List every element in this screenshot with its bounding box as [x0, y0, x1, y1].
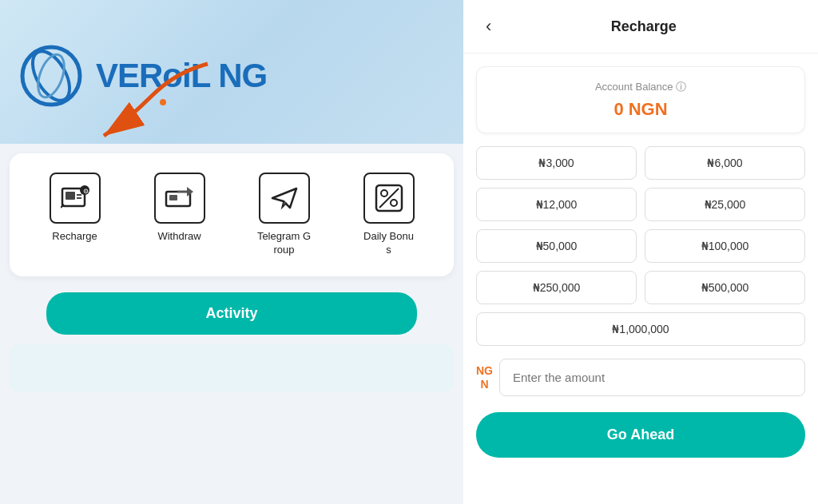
svg-point-13 [381, 190, 387, 196]
menu-item-recharge[interactable]: ⊙ Recharge [39, 173, 111, 244]
svg-rect-6 [77, 194, 81, 196]
svg-text:⊙: ⊙ [82, 188, 88, 195]
right-panel: ‹ Recharge Account Balance ⓘ 0 NGN ₦3,00… [463, 0, 818, 504]
amount-grid: ₦3,000 ₦6,000 ₦12,000 ₦25,000 ₦50,000 ₦1… [463, 140, 818, 352]
go-ahead-button[interactable]: Go Ahead [476, 412, 805, 458]
recharge-header: ‹ Recharge [463, 0, 818, 54]
balance-amount: 0 NGN [490, 99, 792, 120]
recharge-icon-box: ⊙ [50, 173, 101, 224]
amount-btn-50000[interactable]: ₦50,000 [476, 229, 637, 263]
amount-btn-500000[interactable]: ₦500,000 [645, 271, 805, 304]
menu-item-withdraw[interactable]: Withdraw [144, 173, 216, 244]
amount-btn-25000[interactable]: ₦25,000 [645, 188, 805, 221]
daily-bonus-label: Daily Bonus [363, 230, 414, 257]
svg-rect-11 [169, 195, 177, 200]
logo-section: VERoiL NG [0, 0, 463, 144]
amount-btn-100000[interactable]: ₦100,000 [645, 229, 805, 263]
balance-label: Account Balance ⓘ [490, 80, 792, 94]
amount-input[interactable] [499, 359, 805, 396]
svg-point-14 [391, 200, 397, 206]
activity-button[interactable]: Activity [46, 292, 417, 335]
withdraw-label: Withdraw [157, 230, 201, 244]
amount-btn-250000[interactable]: ₦250,000 [476, 271, 637, 304]
arrow-indicator [48, 56, 256, 152]
telegram-label: Telegram Group [257, 230, 311, 257]
menu-item-telegram[interactable]: Telegram Group [248, 173, 320, 257]
telegram-icon-box [259, 173, 310, 224]
svg-rect-7 [77, 197, 81, 199]
daily-bonus-icon-box [363, 173, 415, 224]
menu-section: ⊙ Recharge Withdraw [10, 153, 454, 276]
currency-label: NGN [476, 364, 493, 391]
withdraw-icon-box [154, 173, 205, 224]
recharge-title: Recharge [510, 18, 776, 35]
telegram-icon [269, 184, 300, 212]
menu-item-daily-bonus[interactable]: Daily Bonus [353, 173, 425, 257]
withdraw-icon [165, 184, 195, 212]
amount-btn-1000000[interactable]: ₦1,000,000 [476, 312, 805, 346]
balance-card: Account Balance ⓘ 0 NGN [476, 66, 805, 133]
amount-input-row: NGN [476, 359, 805, 396]
back-button[interactable]: ‹ [479, 13, 498, 40]
recharge-icon: ⊙ [61, 184, 89, 212]
amount-btn-6000[interactable]: ₦6,000 [645, 146, 805, 180]
svg-rect-5 [66, 192, 75, 200]
recharge-label: Recharge [52, 230, 97, 244]
bottom-card [10, 344, 454, 392]
amount-btn-3000[interactable]: ₦3,000 [476, 146, 637, 180]
left-panel: VERoiL NG ⊙ [0, 0, 463, 504]
amount-btn-12000[interactable]: ₦12,000 [476, 188, 637, 221]
daily-bonus-icon [375, 184, 403, 212]
